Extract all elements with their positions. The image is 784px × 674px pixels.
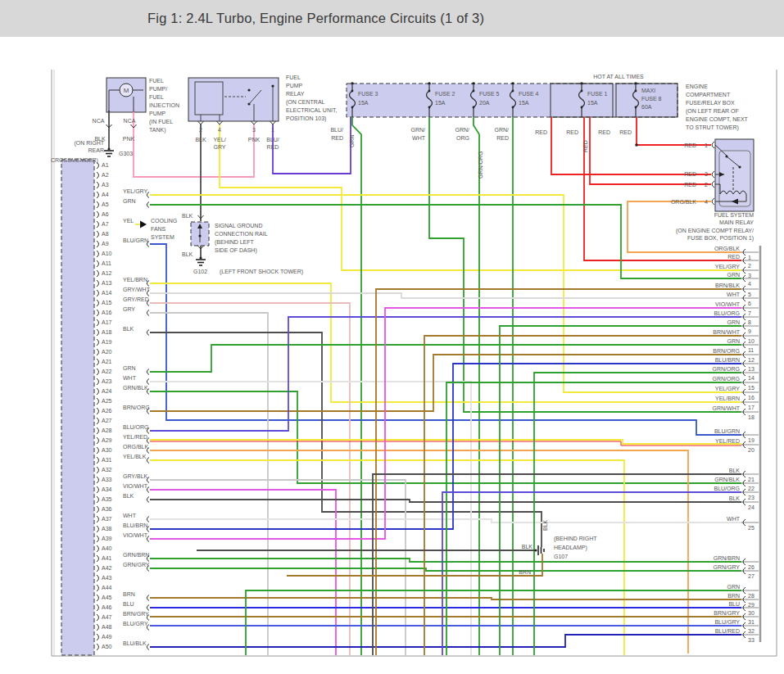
left-pin-bracket <box>97 418 99 424</box>
diagram-label: ENGINE COMPT, NEXT <box>686 116 749 122</box>
fuse-box <box>347 84 678 117</box>
diagram-label: 14 <box>748 375 755 381</box>
diagram-label: RED <box>684 182 696 188</box>
left-pin-bracket <box>97 241 99 247</box>
diagram-label: (ON LEFT REAR OF <box>686 108 739 115</box>
diagram-label: GRN <box>727 584 740 590</box>
left-pin-bracket <box>97 319 99 326</box>
diagram-label: SIGNAL GROUND <box>215 223 262 228</box>
diagram-label: BLU/BRN <box>715 357 740 363</box>
left-connector-box <box>61 160 94 655</box>
left-pin-socket <box>147 605 149 611</box>
diagram-label: GRY <box>123 306 135 312</box>
diagram-label: FUEL <box>286 75 301 80</box>
diagram-label: GRY <box>213 144 225 150</box>
left-pin-bracket <box>97 182 99 188</box>
diagram-label: BLK <box>195 137 206 142</box>
diagram-label: M <box>124 87 129 94</box>
diagram-label: A25 <box>102 398 112 404</box>
diagram-label: A16 <box>102 310 112 315</box>
diagram-label: WHT <box>123 375 137 381</box>
diagram-label: 1 <box>748 255 751 260</box>
main-relay-pin-socket <box>712 181 714 188</box>
wire-relay-pin1-blured <box>273 117 351 174</box>
diagram-label: A36 <box>102 506 112 512</box>
left-pin-bracket <box>97 290 99 296</box>
wiring-diagram-page: MFUSE 315AFUSE 215AFUSE 520AFUSE 415AFUS… <box>0 0 784 674</box>
diagram-label: GRN/GRY <box>123 562 150 568</box>
diagram-label: A4 <box>102 192 109 197</box>
diagram-label: 12 <box>748 357 755 363</box>
diagram-label: 20 <box>748 447 755 453</box>
diagram-label: RED <box>582 140 588 152</box>
diagram-label: (BEHIND LEFT <box>215 239 255 246</box>
left-pin-bracket <box>97 192 99 198</box>
left-pin-bracket <box>97 162 99 169</box>
diagram-label: A20 <box>102 349 112 355</box>
diagram-label: 4 <box>218 127 221 133</box>
diagram-label: A28 <box>102 427 112 433</box>
diagram-label: FUSE 8 <box>641 96 662 102</box>
wire-fuse3-grn <box>352 117 361 655</box>
diagram-label: BLK <box>542 519 548 531</box>
diagram-label: BLU <box>123 601 134 607</box>
diagram-label: A49 <box>102 634 112 640</box>
diagram-label: ORG/BLK <box>123 444 148 450</box>
diagram-label: A34 <box>102 486 112 492</box>
diagram-label: YEL/GRY <box>123 188 148 194</box>
wire-a24-grnblk <box>150 391 741 483</box>
diagram-label: INJECTION <box>149 102 179 108</box>
diagram-label: A32 <box>102 467 112 473</box>
left-pin-bracket <box>97 447 99 454</box>
diagram-label: PNK <box>123 136 135 142</box>
diagram-label: A44 <box>102 585 112 590</box>
fuse-end-dot <box>351 106 354 109</box>
diagram-label: COOLING <box>151 218 177 224</box>
diagram-label: WHT <box>123 513 137 518</box>
diagram-label: A10 <box>102 251 112 256</box>
diagram-label: VIO/WHT <box>123 483 148 489</box>
diagram-label: BRN <box>727 593 740 599</box>
main-relay-pin-socket <box>712 142 714 148</box>
connector-chevron-icon <box>198 121 204 124</box>
wire-pin5-brnblk <box>376 289 741 655</box>
left-pin-bracket <box>97 644 99 650</box>
diagram-label: A42 <box>102 565 112 571</box>
diagram-label: A18 <box>102 329 112 335</box>
diagram-label: 7 <box>748 310 751 316</box>
diagram-label: BLU/BLK <box>123 640 147 646</box>
diagram-label: FUEL <box>149 94 164 100</box>
diagram-label: GRN/ <box>411 127 426 133</box>
diagram-label: GRN <box>727 272 740 278</box>
left-pin-socket <box>147 497 149 503</box>
diagram-label: 27 <box>748 573 755 579</box>
diagram-label: A45 <box>102 595 112 600</box>
diagram-label: MAXI <box>641 88 655 93</box>
diagram-label: 32 <box>748 628 755 634</box>
left-pin-bracket <box>97 565 99 572</box>
left-pin-socket <box>147 202 149 208</box>
diagram-label: BRN/ORG <box>713 348 740 354</box>
diagram-label: YEL/BRN <box>715 396 740 401</box>
diagram-label: G107 <box>554 554 568 559</box>
diagram-label: GRN/ORG <box>713 366 740 372</box>
left-pin-socket <box>147 310 149 316</box>
diagram-label: GRY/BLK <box>123 473 148 479</box>
diagram-label: GRN/BLK <box>714 477 740 482</box>
diagram-label: RELAY <box>286 91 305 97</box>
diagram-label: 25 <box>748 525 755 531</box>
junction-dot <box>511 82 514 85</box>
left-pin-bracket <box>97 388 99 395</box>
fuse-end-dot <box>512 90 514 93</box>
figure-title: Fig 1: 2.4L Turbo, Engine Performance Ci… <box>0 11 484 26</box>
wire-pin14-grnorg <box>534 373 741 655</box>
wire-a42-grngry <box>150 568 741 571</box>
diagram-label: GRN/ORG <box>713 376 740 382</box>
left-pin-socket <box>147 517 149 522</box>
junction-dot <box>472 82 475 85</box>
junction-dot <box>428 82 431 85</box>
diagram-label: A37 <box>102 516 112 522</box>
diagram-label: GRN <box>349 134 355 147</box>
wire-fuse5-grnorg <box>474 117 479 655</box>
diagram-label: FANS <box>151 226 166 232</box>
